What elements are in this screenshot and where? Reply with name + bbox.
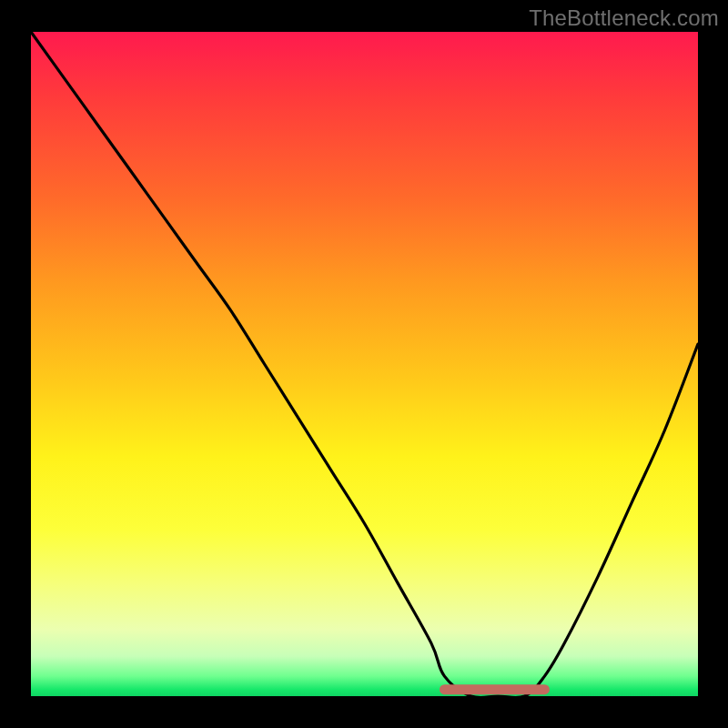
- plot-area: [31, 32, 698, 696]
- bottleneck-curve-path: [31, 32, 698, 698]
- watermark-label: TheBottleneck.com: [529, 5, 719, 31]
- chart-frame: TheBottleneck.com: [0, 0, 728, 728]
- bottleneck-curve-svg: [31, 32, 698, 696]
